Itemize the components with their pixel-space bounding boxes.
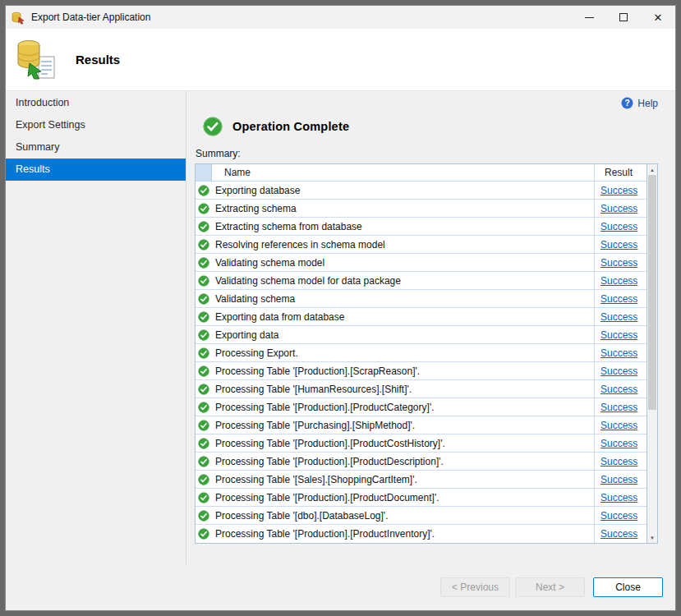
row-name: Validating schema model for data package bbox=[212, 272, 595, 289]
name-column-header[interactable]: Name bbox=[212, 164, 595, 181]
result-column-header[interactable]: Result bbox=[595, 164, 646, 181]
row-success-check-icon bbox=[196, 218, 212, 235]
row-success-check-icon bbox=[196, 254, 212, 271]
table-row[interactable]: Processing Table '[dbo].[DatabaseLog]'.S… bbox=[196, 507, 646, 525]
previous-button[interactable]: < Previous bbox=[440, 577, 510, 597]
minimize-icon[interactable] bbox=[572, 6, 606, 29]
row-result-link[interactable]: Success bbox=[600, 293, 637, 305]
table-row[interactable]: Exporting data from databaseSuccess bbox=[196, 308, 646, 326]
row-name: Exporting data bbox=[212, 326, 595, 343]
table-row[interactable]: Processing Table '[Production].[ProductI… bbox=[196, 525, 646, 543]
row-name: Processing Table '[Production].[ProductC… bbox=[212, 434, 595, 452]
row-result-link[interactable]: Success bbox=[600, 420, 637, 431]
row-result: Success bbox=[595, 236, 646, 253]
row-name: Exporting database bbox=[212, 182, 595, 199]
table-row[interactable]: Extracting schema from databaseSuccess bbox=[196, 218, 646, 236]
row-success-check-icon bbox=[196, 471, 212, 488]
row-result-link[interactable]: Success bbox=[600, 203, 637, 214]
dialog-body: Introduction Export Settings Summary Res… bbox=[6, 91, 675, 564]
row-name: Processing Table '[Purchasing].[ShipMeth… bbox=[212, 416, 595, 434]
row-result-link[interactable]: Success bbox=[600, 185, 637, 196]
row-result-link[interactable]: Success bbox=[600, 528, 637, 540]
row-result-link[interactable]: Success bbox=[600, 438, 637, 449]
row-success-check-icon bbox=[196, 182, 212, 199]
row-result: Success bbox=[595, 398, 646, 416]
row-success-check-icon bbox=[196, 326, 212, 343]
export-database-icon bbox=[16, 39, 59, 81]
table-row[interactable]: Exporting dataSuccess bbox=[196, 326, 646, 344]
row-result: Success bbox=[595, 218, 646, 235]
row-success-check-icon bbox=[196, 434, 212, 452]
row-result-link[interactable]: Success bbox=[600, 347, 637, 359]
window-controls: ✕ bbox=[572, 6, 675, 29]
maximize-icon[interactable] bbox=[606, 6, 641, 29]
row-result-link[interactable]: Success bbox=[600, 365, 637, 377]
sidebar-item-introduction[interactable]: Introduction bbox=[6, 92, 186, 114]
row-result-link[interactable]: Success bbox=[600, 474, 637, 485]
row-name: Processing Export. bbox=[212, 344, 595, 361]
row-result: Success bbox=[595, 182, 646, 199]
row-result: Success bbox=[595, 254, 646, 271]
results-table-body: Exporting databaseSuccessExtracting sche… bbox=[196, 182, 646, 543]
row-result: Success bbox=[595, 326, 646, 343]
table-row[interactable]: Resolving references in schema modelSucc… bbox=[196, 236, 646, 254]
close-icon[interactable]: ✕ bbox=[641, 6, 675, 29]
row-result-link[interactable]: Success bbox=[600, 510, 637, 522]
row-success-check-icon bbox=[196, 200, 212, 217]
row-result-link[interactable]: Success bbox=[600, 275, 637, 287]
row-success-check-icon bbox=[196, 398, 212, 416]
row-success-check-icon bbox=[196, 416, 212, 434]
table-row[interactable]: Processing Table '[HumanResources].[Shif… bbox=[196, 380, 646, 398]
row-result-link[interactable]: Success bbox=[600, 384, 637, 395]
close-button[interactable]: Close bbox=[593, 577, 663, 597]
table-row[interactable]: Processing Table '[Purchasing].[ShipMeth… bbox=[196, 416, 646, 434]
row-result-link[interactable]: Success bbox=[600, 221, 637, 232]
row-result-link[interactable]: Success bbox=[600, 402, 637, 413]
row-success-check-icon bbox=[196, 362, 212, 379]
scroll-up-icon[interactable]: ▲ bbox=[647, 164, 657, 175]
row-result-link[interactable]: Success bbox=[600, 456, 637, 467]
icon-column-header bbox=[196, 164, 212, 181]
row-success-check-icon bbox=[196, 380, 212, 398]
table-row[interactable]: Processing Table '[Production].[ProductC… bbox=[196, 434, 646, 453]
row-name: Resolving references in schema model bbox=[212, 236, 595, 253]
vertical-scrollbar[interactable]: ▲ ▼ bbox=[647, 163, 658, 544]
table-row[interactable]: Processing Export.Success bbox=[196, 344, 646, 362]
table-row[interactable]: Exporting databaseSuccess bbox=[196, 182, 646, 200]
row-result-link[interactable]: Success bbox=[600, 239, 637, 251]
table-row[interactable]: Extracting schemaSuccess bbox=[196, 200, 646, 218]
row-result-link[interactable]: Success bbox=[600, 311, 637, 323]
table-row[interactable]: Validating schemaSuccess bbox=[196, 290, 646, 308]
row-result-link[interactable]: Success bbox=[600, 492, 637, 503]
table-row[interactable]: Validating schema model for data package… bbox=[196, 272, 646, 290]
sidebar-item-export-settings[interactable]: Export Settings bbox=[6, 114, 186, 136]
sidebar-item-results[interactable]: Results bbox=[6, 159, 186, 181]
summary-label: Summary: bbox=[196, 148, 658, 159]
table-row[interactable]: Processing Table '[Production].[ScrapRea… bbox=[196, 362, 646, 380]
table-row[interactable]: Processing Table '[Production].[ProductC… bbox=[196, 398, 646, 416]
row-result: Success bbox=[595, 290, 646, 307]
row-result: Success bbox=[595, 489, 646, 506]
title-bar: Export Data-tier Application ✕ bbox=[6, 6, 675, 29]
table-row[interactable]: Processing Table '[Production].[ProductD… bbox=[196, 453, 646, 471]
table-header: Name Result bbox=[196, 164, 646, 182]
table-row[interactable]: Processing Table '[Production].[ProductD… bbox=[196, 489, 646, 507]
sidebar-item-summary[interactable]: Summary bbox=[6, 136, 186, 159]
table-row[interactable]: Validating schema modelSuccess bbox=[196, 254, 646, 272]
help-link[interactable]: ? Help bbox=[621, 97, 658, 109]
scrollbar-thumb[interactable] bbox=[648, 175, 656, 410]
row-success-check-icon bbox=[196, 236, 212, 253]
row-name: Exporting data from database bbox=[212, 308, 595, 325]
row-result-link[interactable]: Success bbox=[600, 329, 637, 341]
row-result-link[interactable]: Success bbox=[600, 257, 637, 269]
row-name: Validating schema bbox=[212, 290, 595, 307]
page-title: Results bbox=[76, 53, 120, 67]
next-button[interactable]: Next > bbox=[515, 577, 585, 597]
svg-text:?: ? bbox=[625, 99, 630, 108]
dialog-footer: < Previous Next > Close bbox=[6, 564, 675, 610]
results-table-wrap: Name Result Exporting databaseSuccessExt… bbox=[195, 163, 658, 544]
row-success-check-icon bbox=[196, 453, 212, 470]
scroll-down-icon[interactable]: ▼ bbox=[647, 532, 657, 543]
table-row[interactable]: Processing Table '[Sales].[ShoppingCartI… bbox=[196, 471, 646, 489]
row-result: Success bbox=[595, 380, 646, 398]
